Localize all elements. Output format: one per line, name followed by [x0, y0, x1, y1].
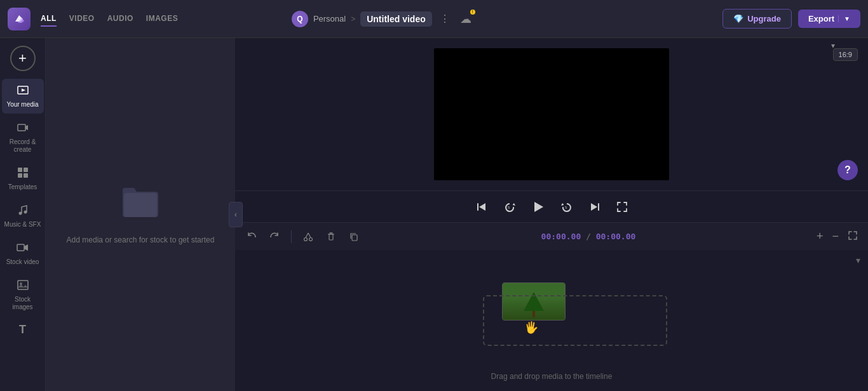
media-empty-text: Add media or search for stock to get sta…: [67, 234, 215, 246]
export-button[interactable]: Export ▼: [798, 10, 860, 28]
svg-point-7: [24, 211, 27, 214]
music-label: Music & SFX: [4, 221, 41, 229]
breadcrumb-separator: >: [351, 15, 355, 23]
svg-point-6: [18, 212, 22, 215]
media-type-tabs: ALL VIDEO AUDIO IMAGES: [41, 11, 178, 27]
text-icon: T: [19, 324, 26, 335]
sidebar-item-templates[interactable]: Templates: [2, 161, 44, 196]
export-chevron-icon[interactable]: ▼: [838, 15, 850, 22]
record-icon: [17, 121, 29, 136]
media-empty-state: Add media or search for stock to get sta…: [67, 184, 215, 246]
playback-controls: 5 5: [235, 190, 868, 222]
preview-area: 16:9 ? ▾ 5: [235, 38, 868, 250]
redo-button[interactable]: [266, 229, 283, 244]
svg-rect-14: [598, 203, 599, 211]
expand-icon: ▾: [831, 41, 835, 50]
upgrade-button[interactable]: 💎 Upgrade: [722, 9, 792, 29]
music-icon: [17, 204, 29, 218]
zoom-in-button[interactable]: +: [814, 227, 826, 246]
top-header: ALL VIDEO AUDIO IMAGES Q Personal > Unti…: [0, 0, 868, 38]
workspace-avatar: Q: [292, 11, 308, 27]
sidebar-item-text[interactable]: T: [2, 319, 44, 343]
cut-button[interactable]: [299, 229, 317, 244]
header-action-icons: ⋮ ☁ !: [437, 10, 474, 29]
your-media-icon: [17, 84, 29, 98]
video-preview-main: 16:9 ? ▾: [235, 38, 868, 190]
collapse-panel-button[interactable]: ‹: [229, 202, 243, 227]
workspace-name[interactable]: Personal: [313, 14, 346, 23]
cloud-save-button[interactable]: ☁ !: [458, 10, 474, 29]
rewind-button[interactable]: 5: [501, 198, 519, 216]
export-label: Export: [808, 14, 834, 23]
sidebar-item-music-sfx[interactable]: Music & SFX: [2, 199, 44, 234]
tab-all[interactable]: ALL: [41, 11, 57, 27]
stock-video-label: Stock video: [6, 258, 39, 266]
templates-label: Templates: [8, 183, 37, 191]
add-media-button[interactable]: +: [10, 46, 36, 71]
svg-rect-1: [18, 124, 25, 131]
more-options-button[interactable]: ⋮: [437, 10, 452, 27]
stock-images-label: Stock images: [4, 296, 41, 311]
templates-icon: [17, 166, 29, 181]
app-logo: [8, 8, 31, 30]
sidebar-item-your-media[interactable]: Your media: [2, 79, 44, 114]
svg-point-16: [309, 237, 313, 241]
tab-audio[interactable]: AUDIO: [107, 11, 133, 27]
drag-drop-hint: Drag and drop media to the timeline: [491, 372, 613, 381]
project-title[interactable]: Untitled video: [360, 11, 432, 27]
timeline-drop-zone[interactable]: [483, 295, 667, 346]
diamond-icon: 💎: [733, 14, 743, 23]
fast-forward-button[interactable]: 5: [558, 198, 576, 216]
tab-video[interactable]: VIDEO: [69, 11, 95, 27]
timecode-display: 00:00.00 / 00:00.00: [517, 232, 660, 241]
left-sidebar: + Your media Record &create: [0, 38, 46, 391]
copy-button[interactable]: [345, 229, 363, 244]
svg-rect-4: [18, 173, 22, 178]
your-media-label: Your media: [6, 101, 38, 109]
fit-to-screen-button[interactable]: [845, 228, 860, 245]
svg-rect-3: [24, 168, 28, 172]
sidebar-item-stock-video[interactable]: Stock video: [2, 236, 44, 271]
svg-rect-8: [17, 244, 24, 251]
undo-button[interactable]: [243, 229, 261, 244]
header-right-actions: 💎 Upgrade Export ▼: [587, 9, 860, 29]
video-canvas: [434, 48, 669, 180]
header-center: Q Personal > Untitled video ⋮ ☁ !: [178, 10, 587, 29]
svg-rect-17: [329, 234, 333, 240]
stock-images-icon: [17, 279, 29, 293]
svg-rect-11: [477, 203, 478, 211]
media-panel: Add media or search for stock to get sta…: [46, 38, 235, 391]
svg-text:5: 5: [508, 206, 510, 209]
play-pause-button[interactable]: [529, 197, 548, 216]
aspect-ratio-badge: 16:9: [833, 48, 858, 61]
main-content: + Your media Record &create: [0, 38, 868, 391]
svg-rect-5: [24, 173, 28, 178]
fullscreen-button[interactable]: [614, 199, 630, 215]
svg-text:5: 5: [565, 206, 567, 209]
zoom-controls: + −: [814, 227, 860, 246]
svg-rect-18: [352, 235, 357, 241]
timecode-total: 00:00.00: [596, 232, 636, 241]
delete-button[interactable]: [322, 229, 340, 244]
stock-video-icon: [17, 241, 29, 256]
breadcrumb: Q Personal > Untitled video: [292, 11, 432, 27]
timeline-expand-icon[interactable]: ▾: [856, 255, 860, 265]
skip-to-start-button[interactable]: [473, 198, 491, 216]
record-label: Record &create: [10, 138, 36, 154]
sidebar-item-record-create[interactable]: Record &create: [2, 116, 44, 159]
upgrade-label: Upgrade: [747, 14, 781, 23]
drag-cursor-icon: 🖐: [524, 321, 538, 335]
editor-right-panel: 16:9 ? ▾ 5: [235, 38, 868, 391]
timeline-area[interactable]: ▾ 🖐 Drag and drop media to the timeline: [235, 250, 868, 391]
timecode-current: 00:00.00: [541, 232, 581, 241]
svg-rect-2: [18, 168, 22, 172]
cloud-icon: ☁ !: [460, 12, 471, 26]
folder-icon: [120, 184, 161, 227]
sidebar-item-stock-images[interactable]: Stock images: [2, 274, 44, 316]
skip-to-end-button[interactable]: [586, 198, 604, 216]
help-button[interactable]: ?: [837, 160, 858, 180]
zoom-out-button[interactable]: −: [829, 227, 841, 246]
svg-rect-9: [18, 281, 28, 289]
toolbar-divider-1: [291, 230, 292, 243]
tab-images[interactable]: IMAGES: [146, 11, 178, 27]
